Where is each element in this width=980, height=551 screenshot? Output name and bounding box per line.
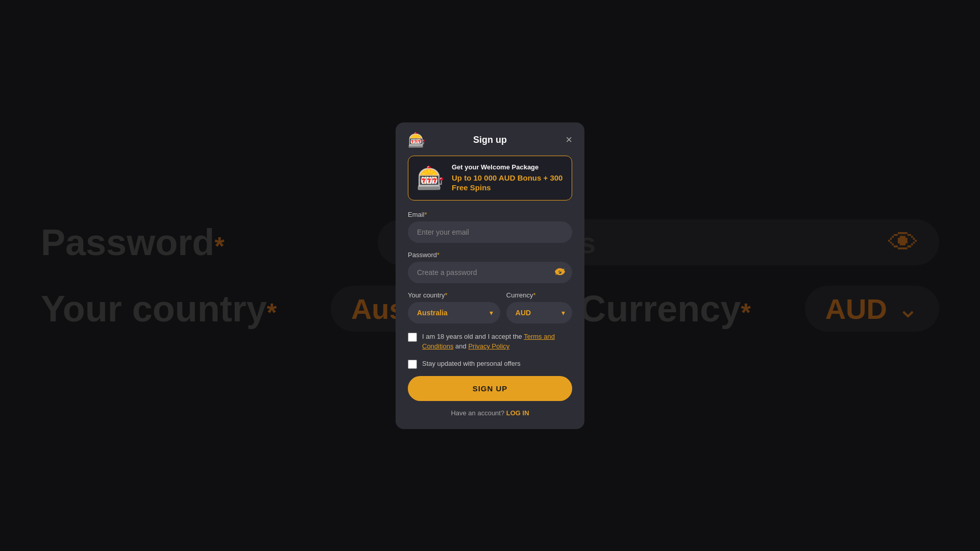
- banner-icon: 🎰: [416, 167, 445, 189]
- currency-label: Currency*: [506, 291, 572, 299]
- terms-checkbox-label[interactable]: I am 18 years old and I accept the Terms…: [422, 332, 572, 352]
- login-link[interactable]: LOG IN: [506, 409, 529, 417]
- modal-overlay: 🎰 Sign up × 🎰 Get your Welcome Package U…: [0, 0, 980, 551]
- welcome-banner: 🎰 Get your Welcome Package Up to 10 000 …: [408, 156, 572, 201]
- password-input[interactable]: [408, 262, 572, 283]
- country-select-wrapper: Australia USA United Kingdom ▾: [408, 302, 500, 323]
- privacy-link[interactable]: Privacy Policy: [468, 342, 509, 350]
- email-label: Email*: [408, 211, 572, 218]
- offers-checkbox-label[interactable]: Stay updated with personal offers: [422, 359, 521, 369]
- country-select[interactable]: Australia USA United Kingdom: [408, 302, 500, 323]
- modal-header: 🎰 Sign up ×: [408, 135, 572, 145]
- terms-checkbox-group: I am 18 years old and I accept the Terms…: [408, 332, 572, 352]
- offers-checkbox[interactable]: [408, 360, 417, 369]
- password-group: Password*: [408, 251, 572, 283]
- password-label: Password*: [408, 251, 572, 259]
- signup-modal: 🎰 Sign up × 🎰 Get your Welcome Package U…: [396, 122, 584, 429]
- modal-title: Sign up: [473, 135, 507, 145]
- currency-select-wrapper: AUD USD GBP ▾: [506, 302, 572, 323]
- toggle-password-button[interactable]: [555, 267, 565, 278]
- banner-bottom-text: Up to 10 000 AUD Bonus + 300 Free Spins: [452, 173, 564, 193]
- country-label: Your country*: [408, 291, 500, 299]
- login-prompt: Have an account? LOG IN: [408, 409, 572, 417]
- modal-logo-icon: 🎰: [408, 132, 426, 148]
- banner-text: Get your Welcome Package Up to 10 000 AU…: [452, 163, 564, 193]
- email-input[interactable]: [408, 221, 572, 243]
- offers-checkbox-group: Stay updated with personal offers: [408, 359, 572, 369]
- signup-button[interactable]: SIGN UP: [408, 376, 572, 401]
- email-group: Email*: [408, 211, 572, 243]
- country-group: Your country* Australia USA United Kingd…: [408, 291, 500, 323]
- password-input-wrapper: [408, 262, 572, 283]
- terms-checkbox[interactable]: [408, 333, 417, 342]
- currency-group: Currency* AUD USD GBP ▾: [506, 291, 572, 323]
- country-currency-row: Your country* Australia USA United Kingd…: [408, 291, 572, 323]
- banner-top-text: Get your Welcome Package: [452, 163, 564, 171]
- close-button[interactable]: ×: [566, 134, 572, 145]
- currency-select[interactable]: AUD USD GBP: [506, 302, 572, 323]
